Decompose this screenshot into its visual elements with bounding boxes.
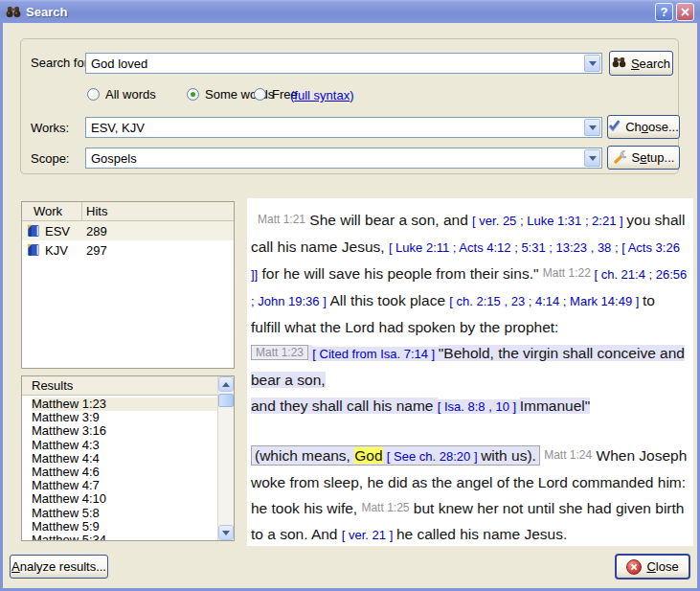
result-item[interactable]: Matthew 3:16 [32,424,217,438]
highlighted-phrase-box: (which means, God [ See ch. 28:20 ] with… [251,445,540,466]
table-row[interactable]: ESV289 [22,221,234,240]
book-icon [27,243,40,257]
cross-reference-link[interactable]: [ ver. 25 ; Luke 1:31 ; 2:21 ] [472,214,626,228]
scroll-down-icon[interactable] [218,525,234,540]
hits-table: Work Hits ESV289 KJV297 [21,201,235,369]
close-button[interactable]: Close [615,554,690,580]
search-button-label: Search [631,57,670,71]
setup-button-label: Setup... [632,150,675,165]
cross-reference-link[interactable]: [ ch. 2:15 , 23 ; 4:14 ; Mark 14:49 ] [449,294,643,308]
result-item[interactable]: Matthew 4:6 [32,466,217,479]
hits-column-header[interactable]: Hits [82,204,107,218]
chevron-down-icon[interactable] [584,119,600,136]
search-for-label: Search for: [31,56,92,70]
spacer [251,420,688,443]
result-item[interactable]: Matthew 5:9 [32,520,217,534]
radio-icon[interactable] [87,88,100,101]
result-item[interactable]: Matthew 5:8 [32,507,217,520]
verse-text: All this took place [329,292,449,308]
result-item[interactable]: Matthew 1:23 [32,398,217,411]
radio-all-words-label: All words [105,87,156,102]
verse-text: Immanuel" [520,398,591,414]
cross-reference-link[interactable]: [ Cited from Isa. 7:14 ] [312,347,439,361]
binoculars-icon [6,6,21,18]
verse-label: Matt 1:21 [258,213,305,226]
verse-text: with us). [481,447,536,464]
radio-icon[interactable] [254,88,266,101]
cross-reference-link[interactable]: [ See ch. 28:20 ] [387,449,481,464]
verse-text: he called his name Jesus. [396,526,567,542]
verse-text: for he will save his people from their s… [258,265,543,282]
cross-reference-link[interactable]: [ Luke 2:11 ; Acts 4:12 ; 5:31 ; 13:23 ,… [389,240,621,255]
checkmark-icon [608,120,621,134]
search-input[interactable]: God loved [85,53,602,74]
chevron-down-icon[interactable] [584,55,600,72]
verse-text: and they shall call his name [251,398,438,414]
result-item[interactable]: Matthew 4:4 [32,452,217,466]
works-select-value: ESV, KJV [86,121,583,135]
window-title: Search [26,5,67,19]
radio-icon[interactable] [187,88,199,101]
scroll-up-icon[interactable] [218,376,234,392]
book-icon [27,224,40,238]
results-header: Results [22,376,217,396]
choose-button-label: Choose... [625,120,679,134]
bible-text-panel: Matt 1:21 She will bear a son, and [ ver… [247,198,693,546]
search-dialog: Search ? Search for: God loved [0,0,700,591]
hits-table-header: Work Hits [22,202,234,221]
result-item[interactable]: Matthew 4:10 [32,492,217,506]
result-item[interactable]: Matthew 4:7 [32,479,217,492]
title-bar: Search ? [0,0,700,23]
works-label: Works: [31,121,69,135]
cross-reference-link[interactable]: [ ver. 21 ] [342,528,396,542]
work-column-header[interactable]: Work [22,202,82,221]
close-window-button[interactable] [676,3,694,21]
verse-label: Matt 1:24 [544,448,592,462]
result-item[interactable]: Matthew 5:34 [32,534,217,540]
scope-select-value: Gospels [86,151,583,166]
wrench-icon [613,149,627,167]
search-criteria-group: Search for: God loved Search [20,38,679,174]
results-list: Matthew 1:23Matthew 3:9Matthew 3:16Matth… [22,396,217,540]
search-input-value: God loved [86,57,583,71]
help-button[interactable]: ? [655,3,673,21]
analyze-results-button[interactable]: Analyze results... [10,555,108,579]
results-scrollbar[interactable] [217,376,234,540]
cross-reference-link[interactable]: [ Isa. 8:8 , 10 ] [438,399,520,414]
works-select[interactable]: ESV, KJV [85,117,602,138]
scope-label: Scope: [31,151,69,166]
work-name: KJV [45,243,68,258]
close-icon [681,8,689,16]
result-item[interactable]: Matthew 4:3 [32,439,217,452]
setup-scope-button[interactable]: Setup... [607,146,680,170]
verse-label: Matt 1:23 [251,345,308,360]
verse-text: She will bear a son, and [305,212,472,228]
bible-paragraph: Matt 1:23 [ Cited from Isa. 7:14 ] "Beho… [251,340,688,420]
table-row[interactable]: KJV297 [22,240,234,260]
verse-text: (which means, [255,447,354,464]
full-syntax-link[interactable]: (full syntax) [290,88,354,102]
work-name: ESV [45,224,70,239]
search-hit-word: God [354,447,382,464]
chevron-down-icon[interactable] [584,149,600,167]
analyze-button-label: Analyze results... [11,559,106,574]
choose-works-button[interactable]: Choose... [607,115,680,139]
bible-paragraph: (which means, God [ See ch. 28:20 ] with… [251,443,688,546]
search-button[interactable]: Search [609,51,673,76]
verse-label: Matt 1:22 [543,266,591,280]
hits-table-body: ESV289 KJV297 [22,221,234,260]
binoculars-icon [612,57,626,71]
hits-count: 297 [82,243,107,258]
bible-paragraph: Matt 1:21 She will bear a son, and [ ver… [251,207,688,340]
radio-all-words[interactable]: All words [87,87,156,102]
scope-select[interactable]: Gospels [85,148,602,169]
hits-count: 289 [82,224,107,239]
results-panel: Results Matthew 1:23Matthew 3:9Matthew 3… [21,375,235,541]
close-button-label: Close [646,559,678,574]
close-circle-icon [626,559,642,575]
result-item[interactable]: Matthew 3:9 [32,411,217,424]
verse-label: Matt 1:25 [361,501,409,514]
scrollbar-thumb[interactable] [218,394,234,407]
dialog-body: Search for: God loved Search [3,23,697,588]
